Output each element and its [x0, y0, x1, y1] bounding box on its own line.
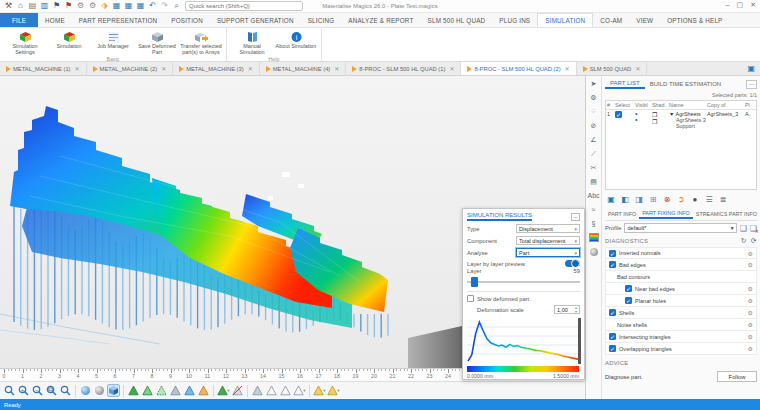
view-wireframe-icon[interactable] — [141, 384, 154, 397]
close-tab-icon[interactable]: ✕ — [565, 65, 570, 72]
ribbon-tab-options-help[interactable]: OPTIONS & HELP — [660, 13, 729, 27]
layer-slider-handle[interactable] — [471, 277, 478, 287]
sphere-part-icon[interactable]: ● — [689, 194, 701, 206]
diagnostic-checkbox[interactable]: ✓ — [609, 333, 616, 340]
view-pair-icon[interactable] — [169, 384, 182, 397]
close-tab-icon[interactable]: ✕ — [334, 65, 339, 72]
ribbon-tab-part-representation[interactable]: PART REPRESENTATION — [72, 13, 164, 27]
gear2-icon[interactable]: ⚙ — [87, 0, 98, 11]
manual-simulation-button[interactable]: Manual Simulation — [230, 29, 274, 56]
flag2-icon[interactable]: ⚑ — [63, 0, 74, 11]
scene-tab-metal-machine-1-[interactable]: METAL_MACHINE (1)✕ — [0, 62, 87, 75]
tools-icon[interactable]: ⚒ — [3, 0, 14, 11]
maximize-button[interactable]: ▢ — [737, 1, 744, 9]
notebook-icon[interactable]: ▤ — [27, 0, 38, 11]
shade-icon[interactable]: ❒ — [652, 112, 657, 118]
fix-tool-icon[interactable]: ⚙ — [748, 297, 753, 304]
diagnostic-checkbox[interactable]: ✓ — [609, 309, 616, 316]
ribbon-tab-position[interactable]: POSITION — [164, 13, 210, 27]
ribbon-tab-slm-500-hl-quad[interactable]: SLM 500 HL QUAD — [421, 13, 493, 27]
part-select-checkbox[interactable]: ✓ — [615, 111, 622, 118]
scene-tab-8-proc-slm-500-hl-quad-2-[interactable]: 8-PROC - SLM 500 HL QUAD (2)✕ — [461, 62, 576, 75]
collapse-panel-button[interactable]: – — [571, 213, 580, 221]
view-outline-dd-icon[interactable]: ▾ — [293, 384, 306, 397]
wrench-icon[interactable]: ⚙ — [588, 92, 600, 103]
ribbon-tab-co-am[interactable]: CO-AM — [593, 13, 629, 27]
part-row[interactable]: 1 ✓ •• ❒❒ ▼ AgrSheets AgrSheets 316L Std… — [606, 110, 756, 129]
layer-slider[interactable] — [467, 277, 580, 287]
shade-icon[interactable]: ❒ — [652, 119, 657, 125]
save-deformed-part-button[interactable]: Save Deformed Part — [135, 29, 179, 56]
fix-tool-icon[interactable]: ⚙ — [748, 285, 753, 292]
measure-length-icon[interactable]: ⟋ — [588, 148, 600, 159]
measure-angle-icon[interactable]: ∠ — [588, 134, 600, 145]
ribbon-tab-plug-ins[interactable]: PLUG INS — [492, 13, 537, 27]
simulation-settings-button[interactable]: Simulation Settings — [3, 29, 47, 56]
simulation-button[interactable]: Simulation — [47, 29, 91, 56]
refresh-all-icon[interactable]: ⟳ — [751, 237, 757, 245]
view-globe-icon[interactable] — [183, 384, 196, 397]
wave-icon[interactable]: ≈ — [588, 204, 600, 215]
zoom-fit-icon[interactable] — [59, 384, 72, 397]
merge-icon[interactable]: ⊞ — [647, 194, 659, 206]
quick-search-input[interactable] — [185, 1, 303, 11]
analyse-select[interactable]: Part▾ — [516, 248, 580, 257]
cursor-icon[interactable]: ➤ — [588, 78, 600, 89]
text-label-icon[interactable]: Abc — [588, 190, 600, 201]
view-supports2-icon[interactable]: ▾ — [327, 384, 340, 397]
list-view-icon[interactable]: ☰ — [703, 194, 715, 206]
scene-tab-slm-500-quad[interactable]: SLM 500 QUAD✕ — [577, 62, 648, 75]
zoom-in-icon[interactable]: + — [17, 384, 30, 397]
measure-diameter-icon[interactable]: ⊘ — [588, 120, 600, 131]
lock-icon[interactable]: ⌂ — [15, 0, 26, 11]
about-simulation-button[interactable]: iAbout Simulation — [274, 29, 318, 56]
redo-icon[interactable]: ↷ — [159, 0, 170, 11]
minimize-button[interactable]: – — [726, 1, 730, 9]
tab-part-list[interactable]: PART LIST — [605, 80, 645, 89]
scene-tab-metal-machine-3-[interactable]: METAL_MACHINE (3)✕ — [173, 62, 260, 75]
detail-view-icon[interactable]: ≣ — [717, 194, 729, 206]
deformation-scale-input[interactable]: 1,00 ▴▾ — [554, 305, 580, 314]
tab-part-info[interactable]: PART INFO — [605, 211, 639, 218]
view-slash-icon[interactable] — [231, 384, 244, 397]
ribbon-tab-view[interactable]: VIEW — [629, 13, 660, 27]
type-select[interactable]: Displacement▾ — [516, 224, 580, 233]
search-icon[interactable]: ⌕ — [171, 1, 182, 12]
ribbon-tab-file[interactable]: FILE — [0, 13, 38, 27]
scene-tab-metal-machine-2-[interactable]: METAL_MACHINE (2)✕ — [87, 62, 174, 75]
zoom-out-icon[interactable]: − — [31, 384, 44, 397]
gear-icon[interactable]: ⚙ — [75, 0, 86, 11]
refresh-icon[interactable]: ↻ — [741, 237, 747, 245]
ribbon-tab-home[interactable]: HOME — [38, 13, 72, 27]
spinner-arrows-icon[interactable]: ▴▾ — [575, 306, 577, 314]
close-tab-icon[interactable]: ✕ — [75, 65, 80, 72]
visibility-icon[interactable]: • — [635, 116, 637, 123]
zoom-icon[interactable] — [3, 384, 16, 397]
tab-streamics-part-info[interactable]: STREAMICS PART INFO — [693, 211, 760, 218]
view-shade-wire-icon[interactable] — [155, 384, 168, 397]
tab-build-time-estimation[interactable]: BUILD TIME ESTIMATION — [645, 81, 726, 88]
sphere-icon[interactable] — [588, 246, 600, 257]
more-options-button[interactable]: ⋯ — [746, 80, 757, 89]
close-tab-icon[interactable]: ✕ — [635, 65, 640, 72]
ribbon-tab-simulation[interactable]: SIMULATION — [537, 13, 593, 27]
diagnostic-checkbox[interactable]: ✓ — [625, 297, 632, 304]
view-gray-icon[interactable] — [251, 384, 264, 397]
orange-part-icon[interactable]: ⬗ — [99, 0, 110, 11]
cut-icon[interactable]: ✂ — [588, 162, 600, 173]
component-select[interactable]: Total displacement▾ — [516, 236, 580, 245]
follow-button[interactable]: Follow — [717, 371, 757, 382]
machine-props-icon[interactable]: ▣ — [605, 194, 617, 206]
pan-view-icon[interactable] — [93, 384, 106, 397]
transfer-selected-part-s-to-ansys-button[interactable]: Transfer selected part(s) to Ansys — [179, 29, 223, 56]
view-sphere-icon[interactable] — [197, 384, 210, 397]
scene-tab-8-proc-slm-500-hl-quad-1-[interactable]: 8-PROC - SLM 500 HL QUAD (1)✕ — [346, 62, 461, 75]
view-solid-icon[interactable] — [127, 384, 140, 397]
scene-tab-metal-machine-4-[interactable]: METAL_MACHINE (4)✕ — [260, 62, 347, 75]
delete-profile-icon[interactable]: ❏✕ — [750, 224, 757, 233]
layer-preview-toggle[interactable] — [565, 260, 580, 267]
rotate-view-icon[interactable] — [79, 384, 92, 397]
shaded-view-icon[interactable] — [107, 384, 120, 397]
export-icon[interactable]: ➲ — [675, 194, 687, 206]
document-icon[interactable]: ▥ — [39, 0, 50, 11]
